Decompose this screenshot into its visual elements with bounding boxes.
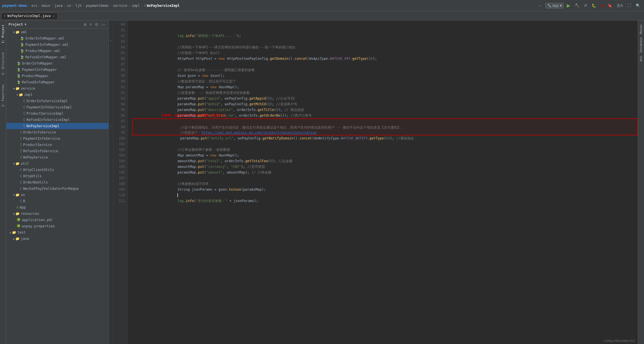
- bookmark-button[interactable]: 🔖: [606, 3, 614, 8]
- panel-actions: ⊕ ≡ ⚙ —: [83, 22, 106, 27]
- tree-item-orderinfomapper[interactable]: 🍃 OrderInfoMapper: [6, 60, 108, 67]
- tree-item-orderinfoserviceimpl[interactable]: C OrderInfoServiceImpl: [6, 98, 108, 104]
- resource-icon-1: 🍀: [17, 218, 21, 222]
- breadcrumb-project[interactable]: payment-demo: [2, 4, 27, 8]
- tree-item-ordernoutil[interactable]: C OrderNoUtils: [6, 179, 108, 186]
- tree-item-app[interactable]: A App: [6, 204, 108, 211]
- ln-91: 91: [113, 84, 125, 90]
- caret-util: ▼: [13, 162, 15, 165]
- tree-item-paymentinfomapper[interactable]: 🍃 PaymentInfoMapper: [6, 67, 108, 73]
- gutter-93: [109, 94, 113, 100]
- tree-item-resources[interactable]: ▼ 📁 resources: [6, 211, 108, 217]
- breadcrumb-cn[interactable]: cn: [67, 4, 71, 8]
- tree-item-httputils[interactable]: C HttpUtils: [6, 173, 108, 179]
- gutter-86: [109, 55, 113, 60]
- side-tab-maven[interactable]: Maven: [639, 23, 643, 36]
- tree-item-test[interactable]: ▶ 📁 test: [6, 229, 108, 236]
- tree-item-productservice[interactable]: I ProductService: [6, 142, 108, 148]
- tree-label-r: R: [23, 199, 25, 203]
- tree-item-productserviceimpl[interactable]: C ProductServiceImpl: [6, 110, 108, 117]
- code-line-105: paramsMap.put("amount", amountMap); // 订…: [132, 164, 638, 170]
- java-icon-1: C: [23, 99, 25, 103]
- tree-item-paymentinfoserviceimpl[interactable]: C PaymentInfoServiceImpl: [6, 104, 108, 110]
- ln-81: 81: [113, 27, 125, 33]
- tree-label-application-yml: application.yml: [22, 218, 53, 222]
- panel-dropdown-arrow[interactable]: ▼: [25, 23, 26, 26]
- side-tab-structure[interactable]: 2: Structure: [1, 51, 5, 77]
- tree-item-refundinfomapper[interactable]: 🍃 RefundInfoMapper: [6, 79, 108, 85]
- tree-item-util[interactable]: ▼ 📁 util: [6, 160, 108, 167]
- tree-item-wxpay-properties[interactable]: 🍀 wxpay.properties: [6, 223, 108, 229]
- tree-item-r[interactable]: C R: [6, 198, 108, 204]
- tree-item-wxpayservice[interactable]: I WxPayService: [6, 154, 108, 160]
- sep7: ›: [110, 4, 112, 8]
- side-tab-database[interactable]: Database: [639, 36, 643, 54]
- tree-item-vo[interactable]: ▼ 📁 vo: [6, 192, 108, 198]
- ln-85: 85: [113, 50, 125, 56]
- build-button[interactable]: 🔨: [573, 3, 581, 8]
- tree-item-service[interactable]: ▼ 📁 service: [6, 85, 108, 92]
- ln-109: 109: [113, 187, 125, 192]
- tree-item-xml[interactable]: ▼ 📁 xml: [6, 29, 108, 35]
- tree-item-httpclientutils[interactable]: C HttpClientUtils: [6, 167, 108, 173]
- side-tab-favorites[interactable]: 2: Favorites: [1, 83, 5, 108]
- tree-item-impl[interactable]: ▼ 📁 impl: [6, 92, 108, 98]
- java-icon-9: C: [20, 187, 22, 191]
- tree-item-wechatpay2validator[interactable]: C WechatPay2ValidatorForReque: [6, 186, 108, 192]
- panel-settings-btn[interactable]: ⚙: [94, 22, 99, 27]
- code-lines[interactable]: log.info("调用统一下单API....."); //调用统一下单API-…: [128, 20, 638, 344]
- code-line-111: [132, 198, 638, 204]
- back-button[interactable]: ←: [537, 3, 543, 8]
- translate-button[interactable]: 文A: [615, 3, 624, 9]
- app-dropdown[interactable]: 🔧 App ▼: [545, 3, 564, 9]
- breadcrumb-file[interactable]: WxPayServiceImpl: [147, 4, 180, 8]
- tree-item-wxpayserviceimpl[interactable]: C WxPayServiceImpl: [6, 123, 108, 129]
- caret-test: ▶: [10, 231, 11, 234]
- tree-item-paymentinfoservice[interactable]: I PaymentInfoService: [6, 135, 108, 142]
- tree-label-orderinfomapper: OrderInfoMapper: [22, 61, 53, 65]
- code-line-109: [132, 187, 638, 192]
- tree-item-productmapper[interactable]: 🍃 ProductMapper: [6, 73, 108, 79]
- tree-item-refundinfoserviceimpl[interactable]: C RefundInfoServiceImpl: [6, 117, 108, 123]
- tree-label-productservice: ProductService: [23, 143, 52, 147]
- breadcrumb-ljh[interactable]: ljh: [75, 4, 82, 8]
- tab-close-icon[interactable]: ×: [53, 15, 55, 18]
- debug-button[interactable]: 🐛: [590, 3, 598, 8]
- reload-button[interactable]: ↺: [583, 3, 588, 8]
- tree-item-refundinfoservice[interactable]: I RefundInfoService: [6, 148, 108, 154]
- tree-item-orderinfomapper-xml[interactable]: 🍃 OrderInfoMapper.xml: [6, 35, 108, 42]
- breadcrumb-service[interactable]: service: [113, 4, 127, 8]
- run-button[interactable]: ▶: [565, 2, 572, 9]
- tab-wxpayserviceimpl[interactable]: C WxPayServiceImpl.java ×: [1, 13, 58, 19]
- search-button[interactable]: 🔍: [634, 3, 642, 8]
- tree-item-paymentinfomapper-xml[interactable]: 🍃 PaymentInfoMapper.xml: [6, 42, 108, 48]
- side-tab-ant[interactable]: Ant: [639, 54, 643, 63]
- tree-item-application-yml[interactable]: 🍀 application.yml: [6, 217, 108, 223]
- panel-hide-btn[interactable]: —: [101, 22, 106, 27]
- panel-collapse-btn[interactable]: ≡: [89, 22, 93, 27]
- breadcrumb-paymentdemo[interactable]: paymentdemo: [86, 4, 108, 8]
- gutter-107: [109, 174, 113, 180]
- stop-button[interactable]: ■: [599, 3, 604, 8]
- gutter: ✓ ✓: [109, 20, 113, 344]
- code-line-101: //订单金额有两个参数--嵌套数据: [132, 141, 638, 147]
- breadcrumb-java[interactable]: java: [54, 4, 63, 8]
- tree-item-orderinfoservice[interactable]: I OrderInfoService: [6, 129, 108, 135]
- side-tab-project[interactable]: 1: Project: [1, 23, 5, 45]
- breadcrumb-main[interactable]: main: [42, 4, 50, 8]
- tree-item-java[interactable]: ▶ 📁 java: [6, 236, 108, 242]
- expand-button[interactable]: ⛶: [626, 3, 633, 8]
- code-line-110: log.info("支付的请求参数：" + jsonParams);: [132, 192, 638, 198]
- tree-label-refundinfoservice: RefundInfoService: [23, 149, 58, 153]
- ln-89: 89: [113, 73, 125, 79]
- tree-item-refundinfomapper-xml[interactable]: 🍃 RefundInfoMapper.xml: [6, 54, 108, 60]
- breadcrumb-impl[interactable]: impl: [132, 4, 140, 8]
- java-icon-3: C: [23, 112, 25, 116]
- ln-106: 106: [113, 170, 125, 175]
- tree-item-productmapper-xml[interactable]: 🍃 ProductMapper.xml: [6, 48, 108, 54]
- ln-83: 83: [113, 39, 125, 44]
- ln-105: 105: [113, 164, 125, 170]
- breadcrumb-src[interactable]: src: [31, 4, 38, 8]
- folder-icon-test: 📁: [12, 230, 16, 234]
- panel-sync-btn[interactable]: ⊕: [83, 22, 88, 27]
